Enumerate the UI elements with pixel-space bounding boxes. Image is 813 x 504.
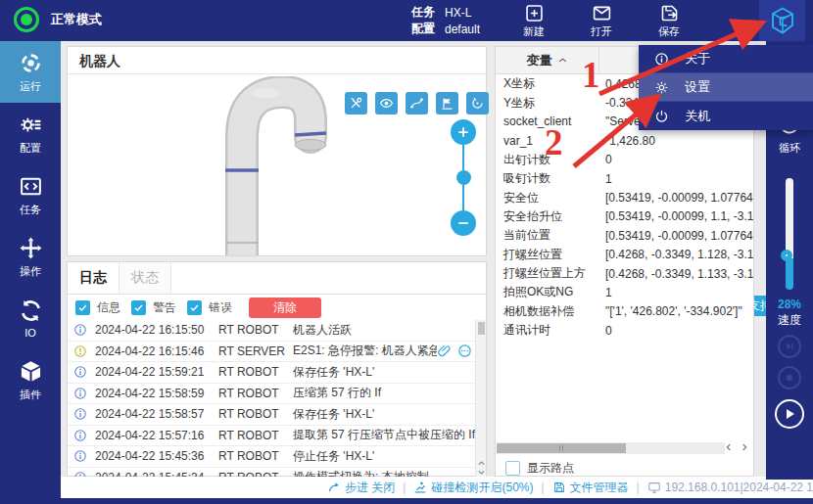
info-icon	[73, 365, 87, 379]
zoom-in-button[interactable]	[451, 119, 476, 145]
clear-log-button[interactable]: 清除	[249, 298, 321, 318]
log-entry[interactable]: 2024-04-22 15:45:36 RT ROBOT 停止任务 'HX-L'	[68, 446, 476, 468]
speed-slider-handle[interactable]	[781, 250, 792, 261]
robot-tool-path-icon[interactable]	[406, 92, 428, 115]
check-icon	[189, 302, 200, 313]
open-icon	[592, 3, 612, 23]
loop-label: 循环	[779, 141, 800, 156]
statusbar-item-3[interactable]: 192.168.0.101|2024-04-22 16:16:41	[647, 481, 813, 494]
menu-item-2[interactable]: 关机	[639, 102, 813, 130]
log-tabs: 日志状态	[68, 262, 486, 295]
variables-hscrollbar-thumb[interactable]	[497, 443, 626, 453]
log-entry[interactable]: 2024-04-22 15:58:57 RT ROBOT 保存任务 'HX-L'	[68, 404, 476, 426]
robot-3d-view[interactable]	[205, 76, 332, 255]
zoom-track	[462, 185, 464, 210]
variable-row[interactable]: 打螺丝位置 [0.4268, -0.3349, 1.128, -3.14159,…	[496, 246, 753, 264]
log-scrollbar-thumb[interactable]	[478, 322, 485, 335]
view-zoom-control	[450, 119, 477, 236]
app-logo-button[interactable]	[759, 0, 805, 41]
mode-indicator[interactable]: 正常模式	[14, 7, 102, 32]
step-forward-icon	[784, 341, 795, 352]
zoom-out-button[interactable]	[451, 210, 476, 236]
step-forward-button[interactable]	[778, 335, 801, 358]
log-entry[interactable]: 2024-04-22 16:15:50 RT ROBOT 机器人活跃	[68, 320, 476, 342]
topbar-action-1[interactable]: 打开	[574, 3, 629, 39]
paperclip-icon[interactable]	[437, 344, 452, 358]
log-tab-1[interactable]: 状态	[120, 262, 171, 294]
variable-row[interactable]: 打螺丝位置上方 [0.4268, -0.3349, 1.133, -3.1415…	[496, 264, 753, 283]
sidebar-item-1[interactable]: 配置	[0, 103, 61, 164]
variables-sort-header[interactable]: 变量	[496, 47, 599, 73]
menu-item-0[interactable]: 关于	[639, 45, 813, 73]
collision-icon	[413, 481, 427, 494]
variable-row[interactable]: 通讯计时 0	[496, 321, 753, 340]
statusbar-item-2[interactable]: 文件管理器	[552, 480, 629, 496]
variable-row[interactable]: 相机数据补偿 "['1', '426.802', '-334.902']"	[496, 302, 753, 321]
variable-row[interactable]: 吸钉计数 1	[496, 169, 753, 188]
plus-icon	[456, 125, 470, 139]
log-list: 2024-04-22 16:15:50 RT ROBOT 机器人活跃 2024-…	[68, 320, 476, 477]
robot-tool-tools-icon[interactable]	[345, 92, 367, 115]
show-waypoints-checkbox[interactable]	[505, 461, 520, 476]
filter-checkbox-0[interactable]	[75, 300, 90, 315]
gear-icon	[654, 80, 669, 95]
info-icon	[73, 449, 87, 463]
robot-tool-eye-icon[interactable]	[375, 92, 398, 115]
step-mode-icon	[327, 481, 341, 494]
topbar-action-0[interactable]: 新建	[506, 3, 561, 39]
sidebar-item-4[interactable]: IO	[0, 288, 61, 349]
operate-icon	[19, 236, 43, 260]
sidebar-item-2[interactable]: 任务	[0, 164, 61, 226]
zoom-slider-handle[interactable]	[456, 170, 471, 185]
path-icon	[409, 96, 424, 111]
variable-row[interactable]: var_1 "1,426.80	[496, 131, 753, 150]
variables-hscrollbar[interactable]	[497, 442, 725, 454]
log-scrollbar[interactable]	[475, 320, 486, 477]
show-waypoints-label: 显示路点	[527, 460, 574, 477]
file-manager-icon	[552, 481, 566, 494]
variable-row[interactable]: 安全位 [0.53419, -0.00099, 1.07764, -3.1404…	[496, 188, 753, 206]
tools-icon	[349, 96, 363, 111]
variable-row[interactable]: 安全抬升位 [0.53419, -0.00099, 1.1, -3.14048,…	[496, 207, 753, 226]
speed-label: 速度	[766, 312, 813, 329]
log-tab-0[interactable]: 日志	[68, 262, 120, 294]
log-entry[interactable]: 2024-04-22 15:58:59 RT ROBOT 压缩第 57 行的 I…	[68, 384, 476, 405]
statusbar-item-0[interactable]: 步进 关闭	[327, 480, 395, 496]
sidebar-item-3[interactable]: 操作	[0, 226, 61, 288]
robot-tool-rotate-icon[interactable]	[466, 92, 489, 115]
log-entry[interactable]: 2024-04-22 16:15:46 RT SERVER E2S1: 急停报警…	[68, 342, 476, 363]
config-label: 配置	[411, 21, 435, 37]
log-entry[interactable]: 2024-04-22 15:59:21 RT ROBOT 保存任务 'HX-L'	[68, 362, 476, 384]
chevron-left-icon[interactable]	[724, 442, 734, 452]
menu-item-1[interactable]: 设置	[639, 73, 813, 102]
variable-row[interactable]: 出钉计数 0	[496, 151, 753, 169]
variable-row[interactable]: 当前位置 [0.53419, -0.00099, 1.07764, -3.140…	[496, 226, 753, 245]
more-icon[interactable]	[457, 344, 472, 358]
chevron-down-icon[interactable]	[477, 468, 486, 477]
statusbar-item-1[interactable]: 碰撞检测开启(50%)	[413, 480, 533, 496]
variable-row[interactable]: 拍照OK或NG 1	[496, 283, 753, 301]
log-entry[interactable]: 2024-04-22 15:57:16 RT ROBOT 提取第 57 行压缩节…	[68, 426, 476, 447]
check-icon	[133, 302, 144, 313]
task-value: HX-L	[445, 6, 471, 20]
chevron-right-icon[interactable]	[740, 442, 749, 452]
robot-tool-flag-icon[interactable]	[436, 92, 458, 115]
stop-button[interactable]	[778, 366, 801, 389]
filter-checkbox-1[interactable]	[131, 300, 146, 315]
filter-checkbox-2[interactable]	[187, 300, 202, 315]
variables-header-label: 变量	[527, 52, 552, 69]
log-filter-row: 信息警告错误清除	[68, 295, 486, 320]
topbar-action-2[interactable]: 保存	[642, 3, 696, 39]
check-icon	[77, 302, 88, 313]
log-entry[interactable]: 2024-04-22 15:45:34 RT ROBOT 操作模式切换为: 本地…	[68, 468, 476, 478]
play-button[interactable]	[775, 399, 804, 429]
info-icon	[73, 407, 87, 421]
mode-label: 正常模式	[51, 11, 102, 28]
sidebar-item-0[interactable]: 运行	[0, 41, 61, 103]
config-icon	[19, 113, 43, 137]
chevron-up-icon[interactable]	[477, 459, 486, 468]
zoom-track	[462, 145, 464, 170]
sidebar-item-5[interactable]: 插件	[0, 349, 61, 411]
speed-slider[interactable]	[786, 178, 793, 290]
stop-icon	[784, 372, 795, 384]
